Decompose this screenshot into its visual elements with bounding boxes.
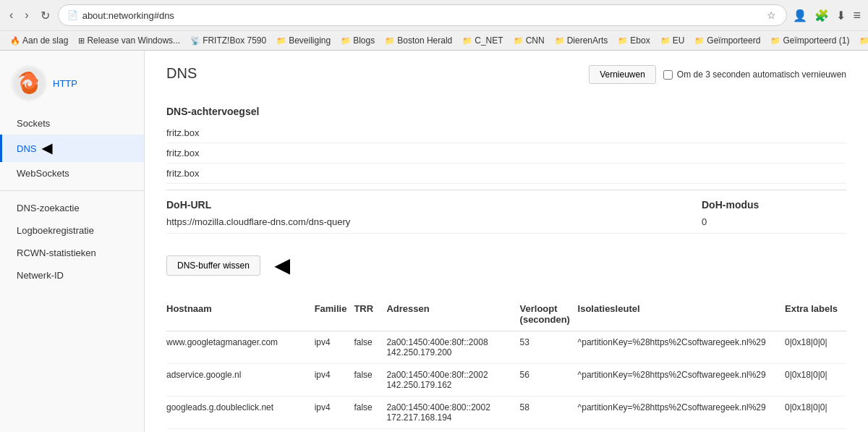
folder-icon: 📁 <box>660 36 671 46</box>
col-expire-header: Verloopt (seconden) <box>520 297 578 331</box>
bookmark-label: Blogs <box>353 35 375 46</box>
cell-hostname: ocsp.pki.goog <box>166 429 315 433</box>
extensions-button[interactable]: 🧩 <box>813 7 830 24</box>
bookmark-release[interactable]: ⊞ Release van Windows... <box>74 34 184 47</box>
clear-dns-button[interactable]: DNS-buffer wissen <box>166 255 260 276</box>
sidebar-item-netwerk-id[interactable]: Netwerk-ID <box>0 264 144 287</box>
bookmark-label: Beveiliging <box>289 35 331 46</box>
bookmark-beveiliging[interactable]: 📁 Beveiliging <box>272 34 335 47</box>
cell-trr: false <box>354 397 386 429</box>
profile-button[interactable]: 👤 <box>791 7 809 24</box>
bookmark-cnn[interactable]: 📁 CNN <box>509 34 549 47</box>
cell-hostname: googleads.g.doubleclick.net <box>166 397 315 429</box>
bookmark-geimporteerd-1[interactable]: 📁 Geïmporteerd (1) <box>766 34 854 47</box>
col-hostname-header: Hostnaam <box>166 297 315 331</box>
more-button[interactable]: ≡ <box>851 7 862 25</box>
doh-section: DoH-URL DoH-modus https://mozilla.cloudf… <box>166 190 846 234</box>
sidebar-section-label[interactable]: HTTP <box>53 78 77 89</box>
reload-button[interactable]: ↻ <box>37 7 54 24</box>
bookmark-fritzbox[interactable]: 📡 FRITZ!Box 7590 <box>186 34 271 47</box>
cell-addresses: 2a00:1450:400e:80f::2002 142.250.179.162 <box>386 364 519 397</box>
cell-isolation: ^partitionKey=%28https%2Csoftwaregeek.nl… <box>578 364 785 397</box>
bookmark-label: Ebox <box>630 35 650 46</box>
sidebar-item-dns-zoekactie[interactable]: DNS-zoekactie <box>0 197 144 219</box>
sidebar-separator <box>0 190 144 191</box>
main-content: DNS Vernieuwen Om de 3 seconden automati… <box>145 51 868 432</box>
auto-refresh-checkbox[interactable] <box>663 70 673 80</box>
cell-trr: false <box>354 429 386 433</box>
bookmark-label: Release van Windows... <box>87 35 180 46</box>
cell-family: ipv4 <box>315 331 354 364</box>
folder-icon: 📁 <box>276 36 286 46</box>
bookmark-imported-firefox[interactable]: 📁 Imported From Firefox <box>855 34 868 47</box>
forward-button[interactable]: › <box>21 7 32 23</box>
arrow-indicator-icon: ◀ <box>42 140 52 156</box>
dns-entry-3: fritz.box <box>166 164 846 184</box>
col-family-header: Familie <box>315 297 354 331</box>
bookmark-label: Aan de slag <box>22 35 68 46</box>
cell-addresses: 2a00:1450:400e:80f::2008 142.250.179.200 <box>386 331 519 364</box>
folder-icon: 📁 <box>694 36 705 46</box>
star-button[interactable]: ☆ <box>765 8 778 22</box>
back-button[interactable]: ‹ <box>6 7 17 23</box>
bookmark-label: DierenArts <box>567 35 608 46</box>
content-header: DNS Vernieuwen Om de 3 seconden automati… <box>166 65 846 84</box>
bookmark-blogs[interactable]: 📁 Blogs <box>336 34 379 47</box>
sidebar-item-sockets[interactable]: Sockets <box>0 112 144 135</box>
dns-entry-1: fritz.box <box>166 123 846 143</box>
col-trr-header: TRR <box>354 297 386 331</box>
router-icon: 📡 <box>190 36 200 46</box>
dns-suffix-title: DNS-achtervoegsel <box>166 98 846 123</box>
doh-url-label: DoH-URL <box>166 193 702 213</box>
bookmark-ebox[interactable]: 📁 Ebox <box>613 34 654 47</box>
sidebar-item-websockets[interactable]: WebSockets <box>0 162 144 185</box>
cell-extra: 0|0x18|0|0| <box>785 364 846 397</box>
address-text[interactable]: about:networking#dns <box>82 10 762 21</box>
bookmark-cnet[interactable]: 📁 C_NET <box>458 34 507 47</box>
cell-expire: 58 <box>520 397 578 429</box>
bookmark-label: Geïmporteerd <box>707 35 760 46</box>
bookmarks-bar: 🔥 Aan de slag ⊞ Release van Windows... 📡… <box>0 30 868 50</box>
table-row: adservice.google.nlipv4false2a00:1450:40… <box>166 364 846 397</box>
cell-expire: 98 <box>520 429 578 433</box>
sidebar-item-rcwn[interactable]: RCWN-statistieken <box>0 242 144 264</box>
bookmark-label: CNN <box>526 35 545 46</box>
cell-expire: 53 <box>520 331 578 364</box>
download-button[interactable]: ⬇ <box>835 7 847 24</box>
bookmark-geimporteerd[interactable]: 📁 Geïmporteerd <box>690 34 765 47</box>
cell-expire: 56 <box>520 364 578 397</box>
bookmark-aan-de-slag[interactable]: 🔥 Aan de slag <box>6 34 72 47</box>
sidebar-item-logboek[interactable]: Logboekregistratie <box>0 219 144 242</box>
col-addr-header: Adressen <box>386 297 519 331</box>
sidebar: HTTP Sockets DNS ◀ WebSockets DNS-zoekac… <box>0 51 145 432</box>
bookmark-label: Geïmporteerd (1) <box>783 35 849 46</box>
folder-icon: 📁 <box>385 36 395 46</box>
doh-url-value: https://mozilla.cloudflare-dns.com/dns-q… <box>166 213 702 230</box>
bookmark-eu[interactable]: 📁 EU <box>656 34 689 47</box>
page-icon: 📄 <box>67 10 78 20</box>
firefox-logo-icon <box>13 67 46 100</box>
bookmark-dierenarts[interactable]: 📁 DierenArts <box>550 34 613 47</box>
folder-icon: 📁 <box>462 36 472 46</box>
col-extra-header: Extra labels <box>785 297 846 331</box>
cell-isolation: ^partitionKey=%28https%2Csoftwaregeek.nl… <box>578 331 785 364</box>
sidebar-logo: HTTP <box>0 58 144 112</box>
bookmark-label: FRITZ!Box 7590 <box>203 35 266 46</box>
cell-extra: 0|0x18|0|0| <box>785 331 846 364</box>
cell-family: ipv4 <box>315 397 354 429</box>
folder-icon: 📁 <box>770 36 780 46</box>
sidebar-item-dns[interactable]: DNS ◀ <box>0 135 144 162</box>
folder-icon: 📁 <box>859 36 868 46</box>
bookmark-boston[interactable]: 📁 Boston Herald <box>380 34 456 47</box>
folder-icon: 📁 <box>618 36 628 46</box>
logo-image <box>11 65 47 101</box>
fire-icon: 🔥 <box>10 36 20 46</box>
refresh-button[interactable]: Vernieuwen <box>589 65 656 84</box>
windows-icon: ⊞ <box>78 36 85 46</box>
doh-mode-label: DoH-modus <box>702 193 846 213</box>
cell-extra: 0|0x19|0|0| <box>785 429 846 433</box>
cell-isolation <box>578 429 785 433</box>
header-actions: Vernieuwen Om de 3 seconden automatisch … <box>589 65 846 84</box>
dns-suffix-section: DNS-achtervoegsel fritz.box fritz.box fr… <box>166 98 846 184</box>
cell-trr: false <box>354 331 386 364</box>
